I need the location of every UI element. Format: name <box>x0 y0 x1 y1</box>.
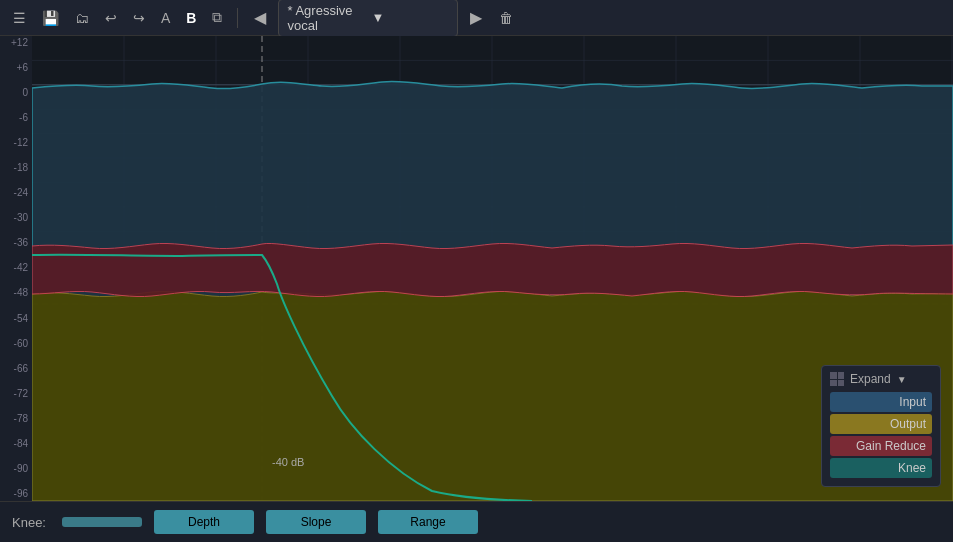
y-label-neg12: -12 <box>0 138 32 148</box>
knee-label: Knee: <box>12 515 46 530</box>
y-label-neg54: -54 <box>0 314 32 324</box>
legend-input-label: Input <box>899 395 926 409</box>
y-label-12: +12 <box>0 38 32 48</box>
bottom-bar: Knee: Depth Slope Range <box>0 501 953 542</box>
legend-knee: Knee <box>830 458 932 478</box>
chart-area[interactable]: -40 dB <box>32 36 953 501</box>
save-as-button[interactable]: 🗂 <box>70 7 94 29</box>
y-label-neg48: -48 <box>0 288 32 298</box>
preset-name: * Agressive vocal <box>287 3 365 33</box>
preset-dropdown-icon: ▼ <box>371 10 449 25</box>
y-label-neg72: -72 <box>0 389 32 399</box>
legend-gain-reduce: Gain Reduce <box>830 436 932 456</box>
main-area: +12 +6 0 -6 -12 -18 -24 -30 -36 -42 -48 … <box>0 36 953 542</box>
legend-grid-icon <box>830 372 844 386</box>
y-label-neg60: -60 <box>0 339 32 349</box>
y-label-6: +6 <box>0 63 32 73</box>
b-button[interactable]: B <box>181 7 201 29</box>
slope-button[interactable]: Slope <box>266 510 366 534</box>
y-label-neg78: -78 <box>0 414 32 424</box>
legend-output-label: Output <box>890 417 926 431</box>
redo-button[interactable]: ↪ <box>128 7 150 29</box>
separator <box>237 8 238 28</box>
y-label-neg36: -36 <box>0 238 32 248</box>
depth-button[interactable]: Depth <box>154 510 254 534</box>
preset-selector[interactable]: * Agressive vocal ▼ <box>278 0 458 37</box>
legend-input: Input <box>830 392 932 412</box>
chart-svg: -40 dB <box>32 36 953 501</box>
y-label-neg42: -42 <box>0 263 32 273</box>
toolbar: ☰ 💾 🗂 ↩ ↪ A B ⧉ ◀ * Agressive vocal ▼ ▶ … <box>0 0 953 36</box>
next-preset-button[interactable]: ▶ <box>464 5 488 30</box>
copy-button[interactable]: ⧉ <box>207 6 227 29</box>
y-label-0: 0 <box>0 88 32 98</box>
y-label-neg84: -84 <box>0 439 32 449</box>
range-button[interactable]: Range <box>378 510 478 534</box>
y-label-neg66: -66 <box>0 364 32 374</box>
menu-button[interactable]: ☰ <box>8 7 31 29</box>
legend-knee-label: Knee <box>898 461 926 475</box>
y-label-neg96: -96 <box>0 489 32 499</box>
y-label-neg30: -30 <box>0 213 32 223</box>
legend-gain-reduce-label: Gain Reduce <box>856 439 926 453</box>
legend-panel: Expand ▼ Input Output Gain Reduce Knee <box>821 365 941 487</box>
delete-preset-button[interactable]: 🗑 <box>494 7 518 29</box>
save-button[interactable]: 💾 <box>37 7 64 29</box>
prev-preset-button[interactable]: ◀ <box>248 5 272 30</box>
db-marker-label: -40 dB <box>272 456 304 468</box>
y-axis: +12 +6 0 -6 -12 -18 -24 -30 -36 -42 -48 … <box>0 36 32 501</box>
legend-expand-button[interactable]: Expand ▼ <box>830 372 932 386</box>
y-label-neg24: -24 <box>0 188 32 198</box>
y-label-neg90: -90 <box>0 464 32 474</box>
y-label-neg18: -18 <box>0 163 32 173</box>
undo-button[interactable]: ↩ <box>100 7 122 29</box>
legend-output: Output <box>830 414 932 434</box>
knee-button[interactable] <box>62 517 142 527</box>
legend-expand-arrow: ▼ <box>897 374 907 385</box>
a-button[interactable]: A <box>156 7 175 29</box>
y-label-neg6: -6 <box>0 113 32 123</box>
legend-expand-label: Expand <box>850 372 891 386</box>
